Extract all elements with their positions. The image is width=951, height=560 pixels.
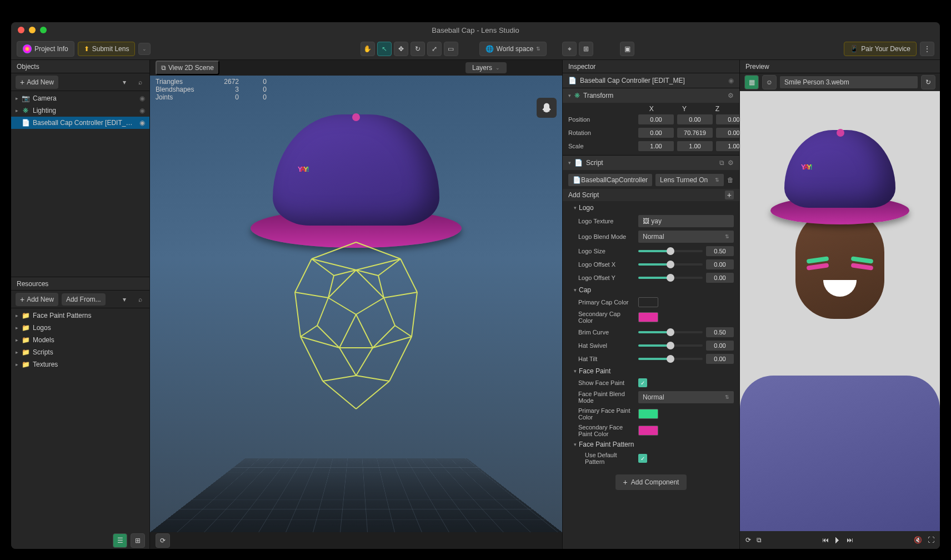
- snapchat-ghost-icon[interactable]: [537, 98, 557, 118]
- gear-icon[interactable]: ⚙: [728, 159, 734, 167]
- layers-dropdown[interactable]: Layers⌄: [466, 62, 507, 73]
- facepaint-blend-dropdown[interactable]: Normal⇅: [638, 391, 734, 403]
- logo-offx-slider[interactable]: [638, 263, 703, 266]
- list-view-icon[interactable]: ☰: [113, 533, 127, 548]
- rotation-z-input[interactable]: [716, 128, 740, 138]
- add-component-button[interactable]: +Add Component: [615, 474, 687, 490]
- position-y-input[interactable]: [677, 114, 713, 124]
- refresh-icon[interactable]: ↻: [921, 75, 935, 89]
- scale-tool-icon[interactable]: ⤢: [427, 42, 442, 56]
- project-info-button[interactable]: Project Info: [17, 41, 74, 57]
- scale-x-input[interactable]: [638, 141, 674, 151]
- filter-icon[interactable]: ▾: [119, 294, 129, 304]
- resource-folder[interactable]: ▸📁Scripts: [11, 346, 149, 358]
- resource-folder[interactable]: ▸📁Models: [11, 334, 149, 346]
- rotate-tool-icon[interactable]: ↻: [411, 42, 425, 56]
- gear-icon[interactable]: ⚙: [728, 92, 734, 99]
- objects-add-new-button[interactable]: +Add New: [16, 76, 58, 89]
- tree-item-camera[interactable]: ▸📷 Camera ◉: [11, 92, 149, 104]
- show-facepaint-checkbox[interactable]: ✓: [638, 378, 647, 387]
- script-controller-field[interactable]: 📄 BaseballCapController: [568, 174, 652, 186]
- position-z-input[interactable]: [716, 114, 740, 124]
- mute-icon[interactable]: 🔇: [914, 536, 922, 544]
- hat-tilt-slider[interactable]: [638, 358, 703, 360]
- facepaint-primary-color[interactable]: [638, 409, 658, 419]
- hat-swivel-input[interactable]: [706, 341, 734, 351]
- logo-offy-input[interactable]: [706, 273, 734, 283]
- filter-icon[interactable]: ▾: [119, 77, 129, 87]
- logo-offy-slider[interactable]: [638, 277, 703, 279]
- hat-swivel-slider[interactable]: [638, 344, 703, 347]
- logo-size-input[interactable]: [706, 246, 734, 256]
- pair-device-button[interactable]: 📱 Pair Your Device: [844, 42, 917, 56]
- console-icon[interactable]: ▣: [620, 42, 634, 56]
- logo-blend-dropdown[interactable]: Normal⇅: [638, 231, 734, 243]
- move-tool-icon[interactable]: ✥: [394, 42, 408, 56]
- screenshot-icon[interactable]: ⟳: [745, 536, 751, 544]
- capture-icon[interactable]: ⧉: [757, 536, 762, 544]
- facepaint-group[interactable]: ▾Face Paint: [563, 366, 739, 377]
- pan-tool-icon[interactable]: ✋: [361, 42, 375, 56]
- preview-mode-icon[interactable]: ▦: [744, 75, 759, 89]
- more-icon[interactable]: ⋮: [920, 42, 934, 56]
- logo-texture-field[interactable]: 🖼 yay: [638, 215, 734, 227]
- scale-z-input[interactable]: [716, 141, 740, 151]
- search-icon[interactable]: ⌕: [135, 77, 145, 87]
- grid-icon[interactable]: ⊞: [579, 42, 593, 56]
- script-event-dropdown[interactable]: Lens Turned On⇅: [655, 174, 724, 186]
- phone-icon: 📱: [850, 45, 858, 53]
- script-section-header[interactable]: ▾📄 Script ⧉ ⚙: [563, 156, 739, 170]
- copy-icon[interactable]: ⧉: [719, 159, 724, 167]
- logo-offx-input[interactable]: [706, 259, 734, 269]
- tree-item-lighting[interactable]: ▸❋ Lighting ◉: [11, 104, 149, 117]
- resources-add-from-button[interactable]: Add From...: [62, 293, 106, 306]
- brim-curve-input[interactable]: [706, 327, 734, 337]
- visibility-icon[interactable]: ◉: [728, 77, 734, 84]
- maximize-window[interactable]: [40, 27, 47, 33]
- logo-group[interactable]: ▾Logo: [563, 202, 739, 213]
- grid-view-icon[interactable]: ⊞: [131, 533, 145, 548]
- scale-y-input[interactable]: [677, 141, 713, 151]
- rotation-y-input[interactable]: [677, 128, 713, 138]
- position-x-input[interactable]: [638, 114, 674, 124]
- tree-item-controller[interactable]: ▸📄 Baseball Cap Controller [EDIT_ME] ◉: [11, 117, 149, 129]
- close-window[interactable]: [18, 27, 24, 33]
- snap-icon[interactable]: ⌖: [562, 42, 577, 56]
- cap-secondary-color[interactable]: [638, 312, 658, 322]
- next-frame-icon[interactable]: ⏭: [847, 536, 853, 544]
- hat-tilt-input[interactable]: [706, 354, 734, 364]
- view-2d-button[interactable]: ⧉ View 2D Scene: [156, 61, 219, 75]
- default-pattern-checkbox[interactable]: ✓: [638, 454, 647, 463]
- visibility-icon[interactable]: ◉: [139, 107, 145, 114]
- search-icon[interactable]: ⌕: [135, 294, 145, 304]
- delete-icon[interactable]: 🗑: [727, 176, 734, 184]
- select-tool-icon[interactable]: ↖: [377, 42, 392, 56]
- preview-face-icon[interactable]: ☺: [762, 75, 777, 89]
- prev-frame-icon[interactable]: ⏮: [822, 536, 829, 544]
- world-space-dropdown[interactable]: 🌐 World space ⇅: [479, 42, 547, 56]
- visibility-icon[interactable]: ◉: [139, 94, 145, 102]
- brim-curve-slider[interactable]: [638, 331, 703, 333]
- submit-lens-button[interactable]: ⬆ Submit Lens: [78, 42, 136, 56]
- resource-folder[interactable]: ▸📁Face Paint Patterns: [11, 309, 149, 322]
- rect-tool-icon[interactable]: ▭: [444, 42, 458, 56]
- resource-folder[interactable]: ▸📁Logos: [11, 322, 149, 334]
- resources-add-new-button[interactable]: +Add New: [16, 293, 58, 306]
- resource-folder[interactable]: ▸📁Textures: [11, 358, 149, 371]
- viewport-link-icon[interactable]: ⟳: [156, 533, 170, 548]
- play-icon[interactable]: ⏵: [833, 535, 842, 545]
- rotation-x-input[interactable]: [638, 128, 674, 138]
- logo-size-slider[interactable]: [638, 250, 703, 252]
- cap-group[interactable]: ▾Cap: [563, 284, 739, 296]
- facepaint-pattern-group[interactable]: ▾Face Paint Pattern: [563, 439, 739, 450]
- cap-primary-color[interactable]: [638, 297, 658, 307]
- transform-section-header[interactable]: ▾❋ Transform ⚙: [563, 88, 739, 103]
- add-script-button[interactable]: +: [725, 191, 734, 199]
- fullscreen-icon[interactable]: ⛶: [928, 536, 934, 544]
- preview-source-dropdown[interactable]: Smile Person 3.webm: [780, 76, 918, 88]
- 3d-viewport[interactable]: YAY!: [150, 76, 562, 532]
- minimize-window[interactable]: [29, 27, 36, 33]
- submit-lens-dropdown[interactable]: ⌄: [138, 43, 151, 55]
- facepaint-secondary-color[interactable]: [638, 426, 658, 436]
- visibility-icon[interactable]: ◉: [139, 119, 145, 127]
